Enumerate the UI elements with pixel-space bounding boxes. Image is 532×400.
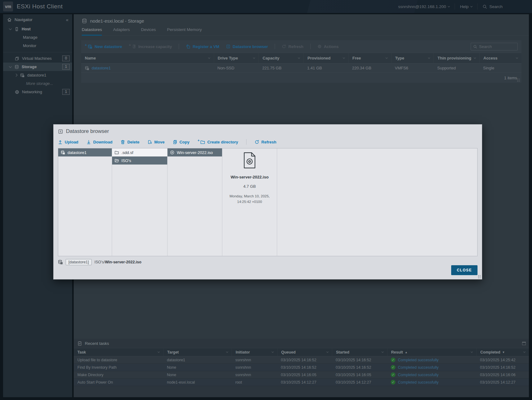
folder-icon [200,140,205,144]
file-item[interactable]: Win-server-2022.iso [168,148,222,156]
plus-icon: + [198,138,199,142]
datastore-icon [61,150,65,155]
browser-column-datastores: datastore1 [58,148,112,256]
file-path: ISO's/Win-server-2022.iso [94,260,142,264]
refresh-button[interactable]: Refresh [255,140,276,144]
file-browser: datastore1 .sdd.sf ISO's Win-server-2 [58,148,477,256]
refresh-icon [255,140,259,144]
dialog-toolbar: Upload Download Delete Move Copy + Cr [54,136,482,148]
browser-column-files: Win-server-2022.iso [168,148,222,256]
datastore-browser-dialog: Datastore browser Upload Download Delete… [53,124,482,279]
datastore-icon [58,260,63,265]
disc-icon [170,150,174,155]
folder-open-icon [115,158,119,163]
browser-column-folders: .sdd.sf ISO's [112,148,168,256]
move-button[interactable]: Move [147,140,164,144]
divider [246,139,246,145]
selected-path-bar: [datastore1] ISO's/Win-server-2022.iso [58,259,477,265]
delete-button[interactable]: Delete [120,140,139,144]
file-date: Monday, March 10, 2025, 14:25:42 +0100 [222,194,277,205]
browser-column-empty [277,148,477,256]
trash-icon [120,140,125,144]
page: vm ESXi Host Client ssnrshnn@192.168.1.2… [0,0,532,400]
copy-button[interactable]: Copy [172,140,190,144]
datastore-chip: [datastore1] [66,259,92,265]
close-button[interactable]: CLOSE [451,265,477,275]
move-icon [147,140,152,144]
folder-item[interactable]: .sdd.sf [112,148,167,156]
copy-icon [172,140,177,144]
datastore-item[interactable]: datastore1 [58,148,112,156]
folder-icon [115,150,119,155]
download-button[interactable]: Download [86,140,112,144]
dialog-title-row: Datastore browser [54,125,482,136]
download-icon [86,140,91,144]
folder-item[interactable]: ISO's [112,156,167,165]
dialog-resize-grip[interactable] [478,275,481,279]
upload-icon [58,140,63,144]
file-preview-panel: Win-server-2022.iso 4.7 GB Monday, March… [222,148,277,256]
create-directory-button[interactable]: + Create directory [198,140,238,144]
datastore-browser-icon [58,129,63,134]
iso-file-icon [243,152,256,169]
file-name: Win-server-2022.iso [222,175,277,179]
upload-button[interactable]: Upload [58,140,78,144]
file-size: 4.7 GB [222,184,277,189]
dialog-title: Datastore browser [66,128,109,134]
